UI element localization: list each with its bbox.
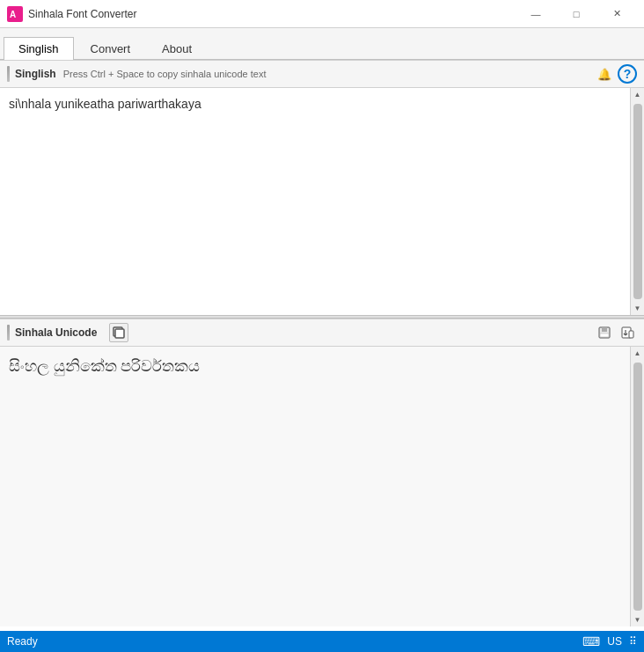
clear-button[interactable]: 🔔 <box>595 64 614 84</box>
tab-convert[interactable]: Convert <box>76 37 146 60</box>
minimize-button[interactable]: — <box>516 0 556 28</box>
scroll-down-arrow-2[interactable]: ▼ <box>632 613 644 626</box>
tab-bar: Singlish Convert About <box>0 28 644 60</box>
svg-text:A: A <box>10 10 16 19</box>
header-divider-2 <box>7 325 10 341</box>
language-label[interactable]: US <box>607 635 622 648</box>
scroll-up-arrow-2[interactable]: ▲ <box>632 347 644 360</box>
svg-rect-5 <box>602 327 607 332</box>
scroll-thumb-2 <box>633 363 642 611</box>
scroll-thumb <box>633 104 642 299</box>
scroll-up-arrow[interactable]: ▲ <box>632 88 644 101</box>
singlish-header: Singlish Press Ctrl + Space to copy sinh… <box>0 60 644 88</box>
scroll-down-arrow[interactable]: ▼ <box>632 302 644 315</box>
singlish-label: Singlish <box>15 68 56 80</box>
singlish-scrollbar[interactable]: ▲ ▼ <box>630 88 644 315</box>
copy-format-button[interactable] <box>109 323 128 342</box>
header-divider <box>7 66 10 82</box>
app-title: Sinhala Font Converter <box>28 8 516 20</box>
singlish-input-container: si\nhala yunikeatha pariwarthakaya ▲ ▼ <box>0 88 644 315</box>
close-button[interactable]: ✕ <box>596 0 637 28</box>
unicode-output-container: සිංහල යුනිකේත පරිවර්තකය ▲ ▼ <box>0 347 644 626</box>
status-dots: ⠿ <box>629 635 637 648</box>
title-bar: A Sinhala Font Converter — □ ✕ <box>0 0 644 28</box>
status-bar: Ready ⌨ US ⠿ <box>0 631 644 652</box>
help-button[interactable]: ? <box>618 64 637 84</box>
unicode-label: Sinhala Unicode <box>15 326 97 339</box>
svg-rect-8 <box>629 331 633 338</box>
unicode-panel: Sinhala Unicode <box>0 319 644 626</box>
keyboard-icon: ⌨ <box>582 634 600 648</box>
export-button[interactable] <box>618 323 637 342</box>
singlish-input[interactable]: si\nhala yunikeatha pariwarthakaya <box>0 88 644 315</box>
singlish-actions: 🔔 ? <box>595 64 637 84</box>
unicode-header: Sinhala Unicode <box>0 319 644 347</box>
unicode-actions <box>595 323 637 342</box>
maximize-button[interactable]: □ <box>556 0 596 28</box>
tab-singlish[interactable]: Singlish <box>4 37 74 60</box>
unicode-scrollbar[interactable]: ▲ ▼ <box>630 347 644 626</box>
svg-rect-6 <box>600 333 609 337</box>
save-button[interactable] <box>595 323 614 342</box>
singlish-panel: Singlish Press Ctrl + Space to copy sinh… <box>0 60 644 315</box>
svg-rect-3 <box>115 329 124 338</box>
singlish-hint: Press Ctrl + Space to copy sinhala unico… <box>63 69 595 79</box>
window-controls: — □ ✕ <box>516 0 637 28</box>
status-right: ⌨ US ⠿ <box>582 634 637 648</box>
main-content: Singlish Press Ctrl + Space to copy sinh… <box>0 60 644 631</box>
status-text: Ready <box>7 635 38 648</box>
unicode-output: සිංහල යුනිකේත පරිවර්තකය <box>0 347 644 626</box>
app-icon: A <box>7 6 23 22</box>
tab-about[interactable]: About <box>147 37 207 60</box>
